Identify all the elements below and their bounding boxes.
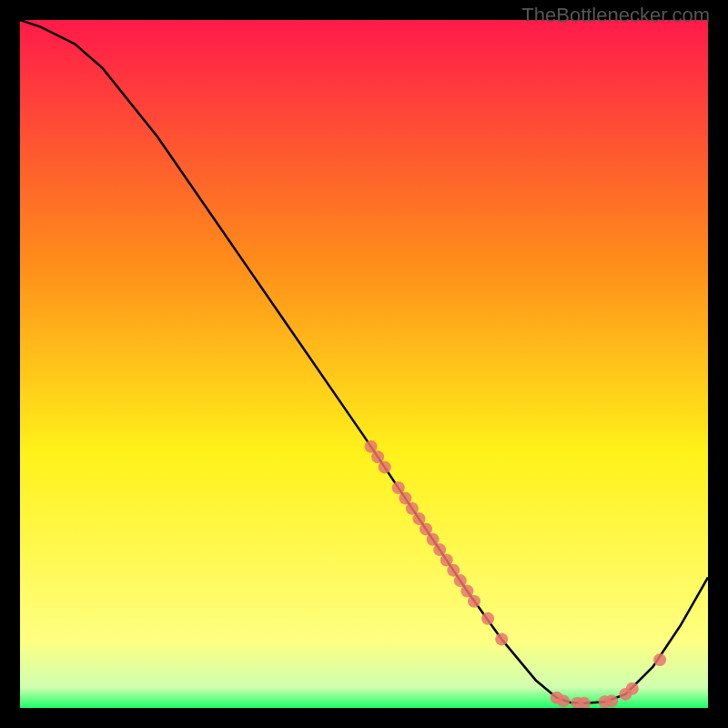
chart-plot-area xyxy=(20,20,708,708)
data-point xyxy=(653,653,666,666)
data-point xyxy=(420,522,432,535)
data-point xyxy=(557,694,570,707)
data-point xyxy=(495,632,508,645)
data-point xyxy=(379,460,391,473)
data-point xyxy=(365,440,378,453)
data-point xyxy=(454,574,467,587)
data-point xyxy=(605,694,618,707)
gradient-background xyxy=(20,20,708,708)
watermark-text: TheBottlenecker.com xyxy=(521,4,710,27)
data-point xyxy=(433,543,446,556)
data-point xyxy=(468,595,480,608)
chart-svg xyxy=(20,20,708,708)
data-point xyxy=(399,491,411,504)
data-point xyxy=(626,682,639,695)
data-point xyxy=(481,612,494,625)
